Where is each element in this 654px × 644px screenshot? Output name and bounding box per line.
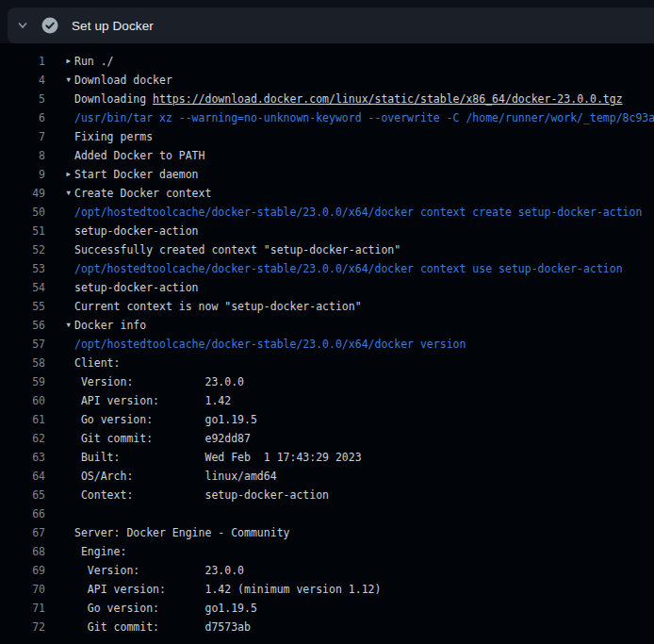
- log-row: 58Client:: [0, 354, 654, 372]
- log-text: Added Docker to PATH: [74, 146, 204, 165]
- log-row: 65 Context: setup-docker-action: [0, 486, 654, 504]
- gutter-spacer: [45, 580, 74, 599]
- log-container: 1▶Run ./4▼Download docker5Downloading ht…: [0, 43, 654, 644]
- log-group-row[interactable]: 9▶Start Docker daemon: [0, 165, 654, 184]
- gutter-spacer: [45, 240, 74, 259]
- log-row: 59 Version: 23.0.0: [0, 372, 654, 391]
- log-text: Successfully created context "setup-dock…: [74, 240, 401, 259]
- line-number[interactable]: 6: [0, 108, 45, 127]
- line-number[interactable]: 57: [0, 335, 45, 354]
- line-number[interactable]: 56: [0, 316, 45, 335]
- log-row: 71 Go version: go1.19.5: [0, 599, 654, 618]
- line-number[interactable]: 58: [0, 354, 45, 372]
- gutter-spacer: [45, 448, 74, 467]
- log-row: 7Fixing perms: [0, 127, 654, 146]
- group-expanded-icon: ▼: [45, 71, 74, 90]
- line-number[interactable]: 7: [0, 127, 45, 146]
- log-row: 54setup-docker-action: [0, 278, 654, 297]
- group-title: Start Docker daemon: [74, 165, 199, 184]
- line-number[interactable]: 64: [0, 467, 45, 486]
- gutter-spacer: [45, 90, 74, 108]
- line-number[interactable]: 72: [0, 618, 45, 636]
- log-text: Version: 23.0.0: [74, 561, 244, 580]
- line-number[interactable]: 5: [0, 90, 45, 108]
- log-text: Version: 23.0.0: [74, 372, 244, 391]
- log-group-row[interactable]: 49▼Create Docker context: [0, 184, 654, 203]
- gutter-spacer: [45, 203, 74, 222]
- chevron-down-icon: [17, 20, 28, 31]
- gutter-spacer: [45, 335, 74, 354]
- line-number[interactable]: 8: [0, 146, 45, 165]
- gutter-spacer: [45, 354, 74, 372]
- group-title: Download docker: [74, 71, 172, 90]
- line-number[interactable]: 70: [0, 580, 45, 599]
- log-row: 69 Version: 23.0.0: [0, 561, 654, 580]
- line-number[interactable]: 61: [0, 410, 45, 429]
- line-number[interactable]: 71: [0, 599, 45, 618]
- line-number[interactable]: 67: [0, 523, 45, 542]
- log-row: 5Downloading https://download.docker.com…: [0, 90, 654, 108]
- line-number[interactable]: 53: [0, 259, 45, 278]
- log-row: 60 API version: 1.42: [0, 391, 654, 410]
- line-number[interactable]: 66: [0, 504, 45, 523]
- gutter-spacer: [45, 486, 74, 504]
- log-row: 63 Built: Wed Feb 1 17:43:29 2023: [0, 448, 654, 467]
- gutter-spacer: [45, 372, 74, 391]
- line-number[interactable]: 50: [0, 203, 45, 222]
- log-row: 8Added Docker to PATH: [0, 146, 654, 165]
- log-command-text: /opt/hostedtoolcache/docker-stable/23.0.…: [74, 203, 648, 222]
- gutter-spacer: [45, 410, 74, 429]
- gutter-spacer: [45, 146, 74, 165]
- log-group-row[interactable]: 56▼Docker info: [0, 316, 654, 335]
- log-text: setup-docker-action: [74, 222, 199, 240]
- line-number[interactable]: 51: [0, 222, 45, 240]
- gutter-spacer: [45, 467, 74, 486]
- log-text: Client:: [74, 354, 120, 372]
- log-text: Go version: go1.19.5: [74, 410, 257, 429]
- line-number[interactable]: 65: [0, 486, 45, 504]
- gutter-spacer: [45, 278, 74, 297]
- line-number[interactable]: 68: [0, 542, 45, 561]
- line-number[interactable]: 52: [0, 240, 45, 259]
- log-text: Fixing perms: [74, 127, 153, 146]
- log-text: Context: setup-docker-action: [74, 486, 329, 504]
- log-text: Downloading: [74, 90, 153, 108]
- line-number[interactable]: 69: [0, 561, 45, 580]
- group-title: Run ./: [74, 52, 114, 71]
- line-number[interactable]: 60: [0, 391, 45, 410]
- gutter-spacer: [45, 391, 74, 410]
- log-row: 53/opt/hostedtoolcache/docker-stable/23.…: [0, 259, 654, 278]
- log-group-row[interactable]: 4▼Download docker: [0, 71, 654, 90]
- log-group-row[interactable]: 1▶Run ./: [0, 52, 654, 71]
- line-number[interactable]: 4: [0, 71, 45, 90]
- check-circle-icon: [41, 17, 58, 34]
- line-number[interactable]: 62: [0, 429, 45, 448]
- log-text: API version: 1.42: [74, 391, 231, 410]
- gutter-spacer: [45, 127, 74, 146]
- line-number[interactable]: 9: [0, 165, 45, 184]
- step-header[interactable]: Set up Docker: [8, 8, 654, 43]
- log-row: 64 OS/Arch: linux/amd64: [0, 467, 654, 486]
- gutter-spacer: [45, 504, 74, 523]
- log-url-link[interactable]: https://download.docker.com/linux/static…: [153, 90, 623, 108]
- log-row: 70 API version: 1.42 (minimum version 1.…: [0, 580, 654, 599]
- gutter-spacer: [45, 523, 74, 542]
- line-number[interactable]: 1: [0, 52, 45, 71]
- group-title: Docker info: [74, 316, 146, 335]
- log-text: Go version: go1.19.5: [74, 599, 257, 618]
- log-text: Built: Wed Feb 1 17:43:29 2023: [74, 448, 362, 467]
- step-title: Set up Docker: [72, 19, 154, 33]
- log-text: setup-docker-action: [74, 278, 199, 297]
- line-number[interactable]: 59: [0, 372, 45, 391]
- log-row: 52Successfully created context "setup-do…: [0, 240, 654, 259]
- log-text: Current context is now "setup-docker-act…: [74, 297, 362, 316]
- log-row: 55Current context is now "setup-docker-a…: [0, 297, 654, 316]
- line-number[interactable]: 55: [0, 297, 45, 316]
- log-row: 62 Git commit: e92dd87: [0, 429, 654, 448]
- gutter-spacer: [45, 429, 74, 448]
- line-number[interactable]: 49: [0, 184, 45, 203]
- line-number[interactable]: 63: [0, 448, 45, 467]
- log-row: 57/opt/hostedtoolcache/docker-stable/23.…: [0, 335, 654, 354]
- line-number[interactable]: 54: [0, 278, 45, 297]
- gutter-spacer: [45, 561, 74, 580]
